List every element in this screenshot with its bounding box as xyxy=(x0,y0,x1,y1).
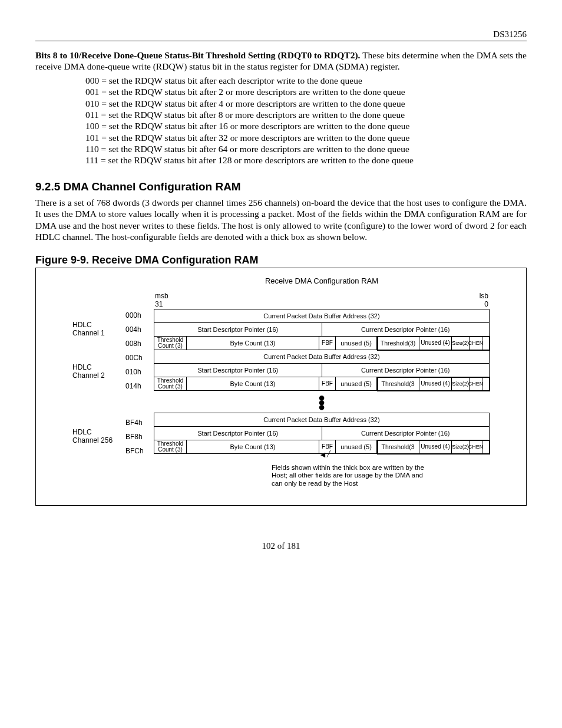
field-unused5: unused (5) xyxy=(336,440,377,453)
field-threshold-count: Threshold Count (3) xyxy=(154,440,187,453)
bit-row: 010 = set the RDQW status bit after 4 or… xyxy=(85,98,527,109)
field-threshold-count: Threshold Count (3) xyxy=(154,337,187,350)
addr-cell: 00Ch xyxy=(125,351,148,365)
field-unused5: unused (5) xyxy=(336,337,377,350)
addr-cell: 008h xyxy=(125,337,148,351)
addr-cell: 000h xyxy=(125,308,148,322)
msb-label: msb xyxy=(155,292,168,300)
field-full: Current Packet Data Buffer Address (32) xyxy=(154,350,489,363)
addr-cell: BF4h xyxy=(125,416,148,430)
addr-cell: BFCh xyxy=(125,444,148,458)
field-unused4: Unused (4) xyxy=(419,377,452,390)
lsb-label: lsb xyxy=(480,292,488,300)
ellipsis-dots: ●●● xyxy=(154,391,490,413)
bits-section: Bits 8 to 10/Receive Done-Queue Status-B… xyxy=(35,50,527,73)
ram-wrapper: HDLC Channel 1 HDLC Channel 2 HDLC Chann… xyxy=(48,292,514,458)
field-half-a: Start Descriptor Pointer (16) xyxy=(154,364,322,377)
channel-label: HDLC Channel 1 xyxy=(72,308,120,351)
bit-row: 101 = set the RDQW status bit after 32 o… xyxy=(85,132,527,143)
bit-row: 001 = set the RDQW status bit after 2 or… xyxy=(85,86,527,97)
address-column: 000h 004h 008h 00Ch 010h 014h BF4h BF8h … xyxy=(125,292,148,458)
channel-label: HDLC Channel 2 xyxy=(72,351,120,393)
bit-row: 111 = set the RDQW status bit after 128 … xyxy=(85,154,527,166)
ram-row: Current Packet Data Buffer Address (32) xyxy=(154,413,490,427)
field-ch-en: CHEN xyxy=(470,377,482,390)
arrow-icon: ◄╱ xyxy=(319,450,330,459)
field-byte-count: Byte Count (13) xyxy=(187,440,319,453)
figure-box: HDLC Channel 1 HDLC Channel 2 HDLC Chann… xyxy=(35,268,527,506)
channel-label-l1: HDLC xyxy=(72,364,120,372)
bit-row: 110 = set the RDQW status bit after 64 o… xyxy=(85,143,527,154)
addr-cell: 014h xyxy=(125,379,148,393)
bits-title-bold: Bits 8 to 10/Receive Done-Queue Status-B… xyxy=(35,50,360,60)
ram-row: Start Descriptor Pointer (16) Current De… xyxy=(154,363,490,377)
msb-bit: 31 xyxy=(155,300,168,308)
field-size2: Size(2) xyxy=(452,440,470,453)
rows-column: Receive DMA Configuration RAM msb 31 lsb… xyxy=(154,292,490,454)
field-unused4: Unused (4) xyxy=(419,440,452,453)
page-footer: 102 of 181 xyxy=(35,541,527,551)
channel-label-l2: Channel 2 xyxy=(72,372,120,380)
ram-row: Current Packet Data Buffer Address (32) xyxy=(154,309,490,323)
field-threshold3: Threshold(3 xyxy=(377,440,419,453)
field-full: Current Packet Data Buffer Address (32) xyxy=(154,413,489,426)
field-threshold-count: Threshold Count (3) xyxy=(154,377,187,390)
figure-title: Figure 9-9. Receive DMA Configuration RA… xyxy=(35,254,527,266)
field-half-b: Current Descriptor Pointer (16) xyxy=(322,323,490,336)
addr-cell: BF8h xyxy=(125,430,148,444)
field-size2: Size(2) xyxy=(452,337,470,350)
ram-row: Current Packet Data Buffer Address (32) xyxy=(154,350,490,364)
channel-label-l1: HDLC xyxy=(72,321,120,330)
field-ch-en: CHEN xyxy=(470,440,482,453)
field-half-b: Current Descriptor Pointer (16) xyxy=(322,427,490,440)
addr-cell: 004h xyxy=(125,322,148,337)
ram-row: Threshold Count (3) Byte Count (13) FBF … xyxy=(154,336,490,350)
bit-row: 011 = set the RDQW status bit after 8 or… xyxy=(85,109,527,120)
ram-title: Receive DMA Configuration RAM xyxy=(154,276,490,285)
field-ch-en: CHEN xyxy=(470,337,482,350)
field-half-a: Start Descriptor Pointer (16) xyxy=(154,427,322,440)
field-fbf: FBF xyxy=(319,377,336,390)
field-half-a: Start Descriptor Pointer (16) xyxy=(154,323,322,336)
channel-label-l2: Channel 1 xyxy=(72,330,120,338)
channel-label-l2: Channel 256 xyxy=(72,437,120,445)
field-threshold3: Threshold(3 xyxy=(377,377,419,390)
section-paragraph: There is a set of 768 dwords (3 dwords p… xyxy=(35,197,527,243)
field-threshold3: Threshold(3) xyxy=(377,337,419,350)
ram-row: Start Descriptor Pointer (16) Current De… xyxy=(154,426,490,440)
field-full: Current Packet Data Buffer Address (32) xyxy=(154,309,489,322)
field-byte-count: Byte Count (13) xyxy=(187,377,319,390)
bit-row: 000 = set the RDQW status bit after each… xyxy=(85,75,527,86)
ram-row: Threshold Count (3) Byte Count (13) FBF … xyxy=(154,377,490,391)
figure-note-text: Fields shown within the thick box are wr… xyxy=(272,464,424,486)
field-unused4: Unused (4) xyxy=(419,337,452,350)
bit-row: 100 = set the RDQW status bit after 16 o… xyxy=(85,120,527,131)
bits-enum-list: 000 = set the RDQW status bit after each… xyxy=(85,75,527,166)
channel-label-l1: HDLC xyxy=(72,429,120,437)
field-fbf: FBF xyxy=(319,337,336,350)
bit-range-labels: msb 31 lsb 0 xyxy=(154,292,490,309)
field-unused5: unused (5) xyxy=(336,377,377,390)
field-size2: Size(2) xyxy=(452,377,470,390)
lsb-bit: 0 xyxy=(480,300,488,308)
channel-labels-column: HDLC Channel 1 HDLC Channel 2 HDLC Chann… xyxy=(72,292,120,458)
addr-cell: 010h xyxy=(125,365,148,379)
channel-label: HDLC Channel 256 xyxy=(72,416,120,458)
ram-row: Start Descriptor Pointer (16) Current De… xyxy=(154,322,490,337)
field-half-b: Current Descriptor Pointer (16) xyxy=(322,364,490,377)
figure-note: ◄╱ Fields shown within the thick box are… xyxy=(272,464,425,487)
field-byte-count: Byte Count (13) xyxy=(187,337,319,350)
section-heading: 9.2.5 DMA Channel Configuration RAM xyxy=(35,180,527,193)
doc-id-header: DS31256 xyxy=(35,29,527,41)
